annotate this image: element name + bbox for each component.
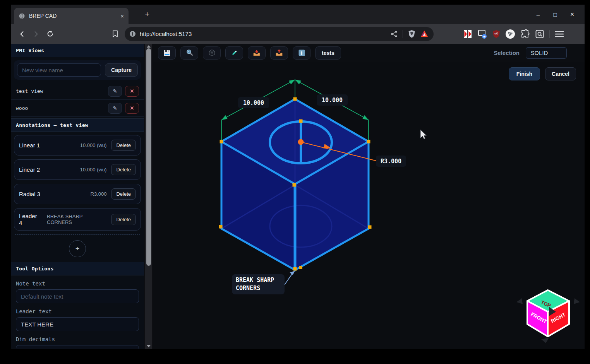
view-row[interactable]: test view ✎ ✕	[11, 83, 144, 100]
add-annotation-button[interactable]: +	[69, 240, 86, 257]
annotation-value: R3.000	[40, 191, 106, 197]
export-button[interactable]	[270, 46, 288, 60]
browser-toolbar: http://localhost:5173	[11, 24, 585, 44]
extension-redirect-icon[interactable]	[463, 29, 472, 39]
scrollbar-track[interactable]	[145, 44, 152, 349]
maximize-button[interactable]: □	[552, 11, 558, 18]
3d-canvas[interactable]: TOP FRONT RIGHT	[153, 44, 585, 349]
window-controls: – □ ×	[535, 5, 585, 24]
brave-shield-icon[interactable]	[408, 30, 415, 38]
info-icon	[298, 49, 305, 56]
rotate-right-arrow[interactable]	[574, 298, 580, 304]
extension-circle-icon[interactable]	[505, 29, 515, 39]
note-text-label: Note text	[16, 280, 139, 287]
delete-annotation-button[interactable]: Delete	[111, 188, 136, 200]
edit-view-button[interactable]: ✎	[108, 86, 122, 97]
mouse-cursor	[420, 130, 427, 139]
wireframe-button[interactable]	[203, 46, 221, 60]
capture-button[interactable]: Capture	[105, 63, 138, 77]
leader-note-line2: CORNERS	[236, 284, 285, 292]
measure-button[interactable]	[225, 46, 243, 60]
ublock-origin-icon[interactable]: uO	[492, 30, 500, 38]
delete-view-button[interactable]: ✕	[125, 103, 139, 114]
reload-icon	[46, 30, 54, 38]
annotation-value: BREAK SHARP CORNERS	[47, 214, 106, 225]
bookmark-icon	[113, 31, 117, 37]
url-text[interactable]: http://localhost:5173	[140, 31, 391, 37]
dim-decimals-input[interactable]	[16, 345, 139, 349]
annotation-row[interactable]: Linear 1 10.000 (wu) Delete	[14, 135, 141, 156]
search-button[interactable]	[180, 46, 198, 60]
annotation-row[interactable]: Linear 2 10.000 (wu) Delete	[14, 159, 141, 180]
capture-panel: Capture	[14, 60, 141, 80]
pmi-views-header: PMI Views	[11, 44, 144, 57]
delete-view-button[interactable]: ✕	[125, 86, 139, 97]
dimension-label[interactable]: 10.000	[238, 97, 269, 108]
import-button[interactable]	[248, 46, 266, 60]
search-icon	[186, 49, 193, 56]
annotation-name: Leader 4	[19, 213, 41, 226]
selection-mode-box[interactable]: SOLID	[526, 47, 567, 59]
edit-view-button[interactable]: ✎	[108, 103, 122, 114]
share-icon[interactable]	[391, 31, 398, 38]
delete-annotation-button[interactable]: Delete	[111, 214, 136, 225]
finish-button[interactable]: Finish	[509, 67, 540, 80]
view-name: test view	[16, 88, 105, 94]
scrollbar-thumb[interactable]	[146, 48, 151, 266]
leader-text-input[interactable]	[16, 317, 139, 331]
url-bar[interactable]: http://localhost:5173	[125, 27, 434, 41]
annotation-row[interactable]: Radial 3 R3.000 Delete	[14, 184, 141, 204]
import-tray-icon	[253, 49, 261, 57]
divider	[403, 30, 403, 38]
browser-tab[interactable]: BREP CAD ×	[14, 8, 129, 24]
scroll-down-arrow[interactable]	[147, 345, 151, 347]
cad-toolbar: tests Selection SOLID	[153, 44, 585, 62]
note-text-input[interactable]	[16, 289, 139, 303]
close-button[interactable]: ×	[569, 10, 575, 19]
divider	[15, 234, 140, 235]
view-cube[interactable]: TOP FRONT RIGHT	[516, 290, 580, 343]
new-view-name-input[interactable]	[17, 63, 101, 77]
tests-button[interactable]: tests	[315, 46, 341, 60]
menu-icon[interactable]	[555, 30, 564, 38]
divider	[549, 30, 550, 38]
minimize-button[interactable]: –	[535, 11, 541, 18]
view-row[interactable]: wooo ✎ ✕	[11, 100, 144, 117]
info-button[interactable]	[293, 46, 310, 60]
dim-decimals-label: Dim decimals	[16, 336, 139, 342]
extensions-puzzle-icon[interactable]	[520, 29, 530, 39]
tab-close-icon[interactable]: ×	[120, 13, 124, 19]
extensions-row: ★ uO	[463, 29, 564, 39]
forward-button[interactable]	[30, 28, 42, 40]
annotation-name: Linear 2	[19, 166, 40, 173]
radial-center-handle[interactable]	[298, 139, 304, 145]
back-button[interactable]	[16, 28, 28, 40]
reload-button[interactable]	[44, 28, 56, 40]
extension-tab-star-icon[interactable]: ★	[477, 29, 487, 39]
search-tabs-icon[interactable]	[535, 29, 544, 39]
bookmark-button[interactable]	[109, 28, 121, 40]
dimension-label[interactable]: 10.000	[317, 94, 348, 106]
save-button[interactable]	[158, 46, 176, 60]
delete-annotation-button[interactable]: Delete	[111, 164, 136, 175]
scroll-up-arrow[interactable]	[147, 45, 151, 48]
delete-annotation-button[interactable]: Delete	[111, 140, 136, 151]
browser-window: BREP CAD × + – □ ×	[11, 5, 585, 349]
annotations-header: Annotations — test view	[11, 118, 144, 132]
pmi-sidebar: PMI Views Capture test view ✎ ✕ wooo ✎ ✕…	[11, 44, 144, 349]
annotation-row[interactable]: Leader 4 BREAK SHARP CORNERS Delete	[14, 208, 141, 231]
bat-rewards-icon[interactable]	[420, 30, 428, 38]
cancel-button[interactable]: Cancel	[545, 67, 576, 80]
selection-label: Selection	[494, 50, 520, 56]
sidebar-scrollbar[interactable]	[144, 44, 153, 349]
rotate-down-arrow[interactable]	[541, 338, 549, 343]
svg-text:★: ★	[483, 34, 486, 38]
rotate-left-arrow[interactable]	[516, 298, 523, 304]
annotation-value: 10.000 (wu)	[40, 167, 106, 173]
view-name: wooo	[16, 105, 105, 111]
leader-note-label[interactable]: BREAK SHARP CORNERS	[232, 274, 285, 294]
radial-dimension-label[interactable]: R3.000	[376, 156, 406, 167]
pencil-icon: ✎	[113, 105, 117, 111]
site-info-icon[interactable]	[129, 31, 136, 37]
cad-viewport[interactable]: TOP FRONT RIGHT 10.000 10.000 R3.000 BRE…	[153, 44, 585, 349]
